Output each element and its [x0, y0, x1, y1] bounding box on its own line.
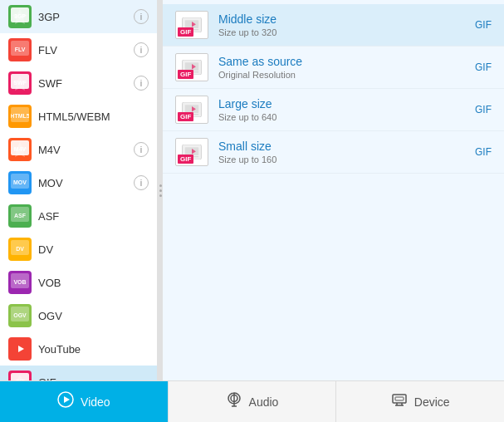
video-tab-label: Video — [81, 395, 110, 409]
format-item[interactable]: GIF Same as source Original Resolution G… — [163, 47, 504, 89]
svg-text:GIF: GIF — [15, 379, 25, 380]
m4v-label: M4V — [38, 144, 134, 156]
flv-info-icon[interactable]: i — [134, 42, 149, 57]
svg-rect-48 — [393, 395, 406, 403]
asf-icon: ASF — [8, 204, 32, 228]
svg-text:MOV: MOV — [13, 179, 27, 185]
format-item[interactable]: GIF Large size Size up to 640 GIF — [163, 89, 504, 131]
device-tab-label: Device — [414, 395, 450, 409]
format-thumb: GIF — [175, 11, 208, 39]
format-desc: Size up to 320 — [218, 27, 475, 37]
sidebar-item-vob[interactable]: VOBVOB — [0, 266, 157, 299]
sidebar-item-ogv[interactable]: OGVOGV — [0, 299, 157, 332]
svg-text:SWF: SWF — [13, 80, 27, 86]
device-tab-icon — [391, 391, 408, 412]
gif-label: GIF — [38, 376, 144, 381]
flv-label: FLV — [38, 44, 134, 56]
svg-text:M4V: M4V — [14, 146, 27, 152]
html5-label: HTML5/WEBM — [38, 110, 149, 123]
ogv-icon: OGV — [8, 304, 32, 327]
format-name: Middle size — [218, 12, 475, 26]
svg-marker-45 — [64, 396, 70, 403]
asf-label: ASF — [38, 210, 149, 223]
sidebar-item-3gp[interactable]: 3GP3GPi — [0, 0, 157, 33]
bottom-tabs: VideoAudioDevice — [0, 380, 504, 422]
gif-icon: GIF — [8, 370, 32, 380]
format-name: Same as source — [218, 55, 475, 68]
sidebar-item-asf[interactable]: ASFASF — [0, 199, 157, 233]
sidebar-item-mov[interactable]: MOVMOVi — [0, 166, 157, 199]
format-item[interactable]: GIF Middle size Size up to 320 GIF — [163, 4, 504, 47]
format-thumb: GIF — [175, 96, 208, 124]
main-content: 3GP3GPiFLVFLViSWFSWFiHTML5HTML5/WEBMM4VM… — [0, 0, 504, 380]
format-desc: Size up to 160 — [218, 155, 475, 164]
svg-rect-52 — [395, 397, 404, 400]
dv-label: DV — [38, 243, 149, 256]
format-ext: GIF — [475, 104, 492, 115]
sidebar-item-flv[interactable]: FLVFLVi — [0, 33, 157, 66]
youtube-label: YouTube — [38, 343, 149, 356]
format-name: Small size — [218, 140, 475, 153]
svg-text:3GP: 3GP — [14, 13, 26, 19]
sidebar-item-youtube[interactable]: YouTube — [0, 332, 157, 366]
tab-device[interactable]: Device — [336, 381, 504, 422]
gif-arrow-icon: › — [144, 375, 149, 380]
m4v-info-icon[interactable]: i — [134, 142, 149, 157]
svg-text:ASF: ASF — [14, 213, 27, 218]
format-ext: GIF — [475, 146, 492, 158]
sidebar-item-dv[interactable]: DVDV — [0, 233, 157, 266]
vob-label: VOB — [38, 277, 149, 289]
format-badge: GIF — [178, 70, 193, 79]
m4v-icon: M4V — [8, 138, 32, 161]
ogv-label: OGV — [38, 310, 149, 322]
tab-video[interactable]: Video — [0, 381, 169, 422]
format-info: Same as source Original Resolution — [218, 55, 475, 80]
svg-text:OGV: OGV — [13, 312, 27, 318]
mov-label: MOV — [38, 177, 134, 189]
vob-icon: VOB — [8, 271, 32, 294]
swf-icon: SWF — [8, 71, 32, 95]
svg-text:HTML5: HTML5 — [11, 113, 29, 119]
swf-info-icon[interactable]: i — [134, 76, 149, 91]
right-panel: GIF Middle size Size up to 320 GIF GIF S… — [163, 0, 504, 380]
format-info: Large size Size up to 640 — [218, 97, 475, 122]
svg-text:DV: DV — [16, 246, 24, 252]
sidebar-item-gif[interactable]: GIFGIF› — [0, 366, 157, 380]
svg-text:VOB: VOB — [13, 279, 26, 285]
format-name: Large size — [218, 97, 475, 110]
format-info: Small size Size up to 160 — [218, 140, 475, 164]
html5-icon: HTML5 — [8, 105, 32, 128]
flv-icon: FLV — [8, 38, 32, 61]
swf-label: SWF — [38, 77, 134, 90]
format-thumb: GIF — [175, 53, 208, 81]
mov-info-icon[interactable]: i — [134, 175, 149, 190]
3gp-icon: 3GP — [8, 5, 32, 28]
3gp-info-icon[interactable]: i — [134, 9, 149, 24]
video-tab-icon — [57, 391, 74, 412]
format-ext: GIF — [475, 61, 492, 73]
format-desc: Size up to 640 — [218, 112, 475, 122]
sidebar-item-html5[interactable]: HTML5HTML5/WEBM — [0, 100, 157, 133]
sidebar: 3GP3GPiFLVFLViSWFSWFiHTML5HTML5/WEBMM4VM… — [0, 0, 158, 380]
format-badge: GIF — [178, 155, 193, 164]
sidebar-item-swf[interactable]: SWFSWFi — [0, 66, 157, 100]
format-item[interactable]: GIF Small size Size up to 160 GIF — [163, 131, 504, 174]
svg-text:FLV: FLV — [15, 47, 26, 52]
tab-audio[interactable]: Audio — [169, 381, 337, 422]
audio-tab-label: Audio — [249, 395, 279, 409]
youtube-icon — [8, 337, 32, 361]
format-desc: Original Resolution — [218, 70, 475, 80]
format-badge: GIF — [178, 112, 193, 121]
sidebar-item-m4v[interactable]: M4VM4Vi — [0, 133, 157, 166]
3gp-label: 3GP — [38, 11, 134, 23]
mov-icon: MOV — [8, 171, 32, 194]
format-info: Middle size Size up to 320 — [218, 12, 475, 37]
format-ext: GIF — [475, 19, 492, 31]
dv-icon: DV — [8, 238, 32, 261]
audio-tab-icon — [226, 391, 242, 412]
format-thumb: GIF — [175, 138, 208, 166]
format-badge: GIF — [178, 27, 193, 37]
